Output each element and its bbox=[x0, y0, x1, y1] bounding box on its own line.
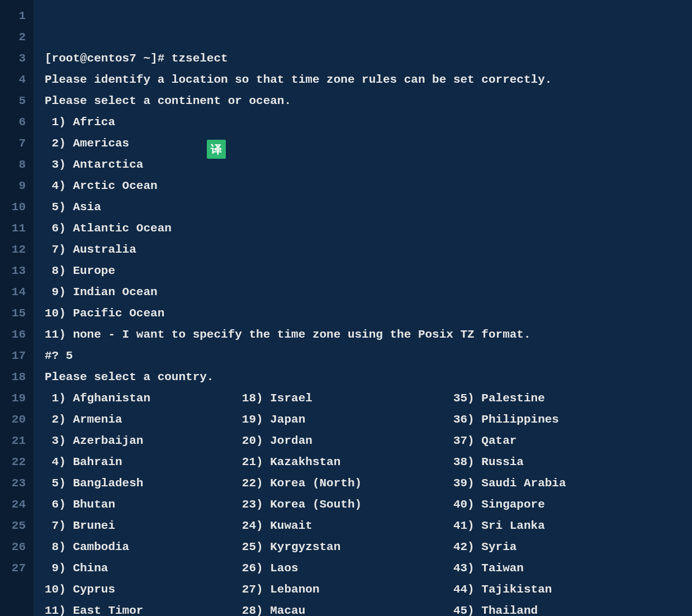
line-number: 1 bbox=[0, 6, 34, 27]
terminal-line: 1) Afghanistan 18) Israel 35) Palestine bbox=[45, 388, 692, 409]
line-number: 17 bbox=[0, 345, 34, 367]
translate-icon[interactable]: 译 bbox=[207, 140, 226, 159]
line-number: 25 bbox=[0, 515, 34, 537]
line-number: 20 bbox=[0, 409, 34, 430]
line-number: 9 bbox=[0, 176, 34, 197]
terminal-line: 6) Bhutan 23) Korea (South) 40) Singapor… bbox=[45, 494, 692, 515]
line-number: 24 bbox=[0, 494, 34, 515]
line-number: 16 bbox=[0, 324, 34, 345]
terminal-line: 8) Cambodia 25) Kyrgyzstan 42) Syria bbox=[45, 537, 692, 558]
line-number: 8 bbox=[0, 154, 34, 176]
terminal-line: 3) Antarctica bbox=[45, 154, 692, 176]
line-number: 14 bbox=[0, 282, 34, 303]
terminal-line: 8) Europe bbox=[45, 260, 692, 282]
line-number: 10 bbox=[0, 197, 34, 218]
terminal-line: Please identify a location so that time … bbox=[45, 69, 692, 91]
line-number: 13 bbox=[0, 260, 34, 282]
line-number: 27 bbox=[0, 558, 34, 579]
line-number: 4 bbox=[0, 69, 34, 91]
terminal-line: 11) none - I want to specify the time zo… bbox=[45, 324, 692, 345]
terminal-line: #? 5 bbox=[45, 345, 692, 367]
line-number: 7 bbox=[0, 133, 34, 154]
terminal-line: 1) Africa bbox=[45, 112, 692, 133]
terminal-line: 10) Pacific Ocean bbox=[45, 303, 692, 324]
line-number: 15 bbox=[0, 303, 34, 324]
terminal-line: 6) Atlantic Ocean bbox=[45, 218, 692, 239]
terminal-line: 10) Cyprus 27) Lebanon 44) Tajikistan bbox=[45, 579, 692, 600]
terminal-line: 4) Arctic Ocean bbox=[45, 176, 692, 197]
line-number: 5 bbox=[0, 91, 34, 112]
line-number: 21 bbox=[0, 430, 34, 452]
terminal-line: 7) Australia bbox=[45, 239, 692, 260]
line-number: 6 bbox=[0, 112, 34, 133]
line-number-gutter: 1234567891011121314151617181920212223242… bbox=[0, 0, 34, 616]
terminal-output: 译 [root@centos7 ~]# tzselectPlease ident… bbox=[34, 0, 692, 616]
line-number: 26 bbox=[0, 537, 34, 558]
terminal-line: 11) East Timor 28) Macau 45) Thailand bbox=[45, 600, 692, 616]
line-number: 12 bbox=[0, 239, 34, 260]
line-number: 18 bbox=[0, 367, 34, 388]
terminal-line: 7) Brunei 24) Kuwait 41) Sri Lanka bbox=[45, 515, 692, 537]
line-number: 11 bbox=[0, 218, 34, 239]
terminal-line: 2) Armenia 19) Japan 36) Philippines bbox=[45, 409, 692, 430]
line-number: 3 bbox=[0, 48, 34, 69]
line-number: 22 bbox=[0, 452, 34, 473]
terminal-line: 3) Azerbaijan 20) Jordan 37) Qatar bbox=[45, 430, 692, 452]
terminal-line: 5) Bangladesh 22) Korea (North) 39) Saud… bbox=[45, 473, 692, 494]
terminal-line: [root@centos7 ~]# tzselect bbox=[45, 48, 692, 69]
line-number: 19 bbox=[0, 388, 34, 409]
terminal-line: 9) China 26) Laos 43) Taiwan bbox=[45, 558, 692, 579]
terminal-line: Please select a continent or ocean. bbox=[45, 91, 692, 112]
line-number: 2 bbox=[0, 27, 34, 48]
terminal-line: 2) Americas bbox=[45, 133, 692, 154]
terminal-line: 5) Asia bbox=[45, 197, 692, 218]
terminal-line: Please select a country. bbox=[45, 367, 692, 388]
terminal-line: 9) Indian Ocean bbox=[45, 282, 692, 303]
line-number: 23 bbox=[0, 473, 34, 494]
terminal-line: 4) Bahrain 21) Kazakhstan 38) Russia bbox=[45, 452, 692, 473]
